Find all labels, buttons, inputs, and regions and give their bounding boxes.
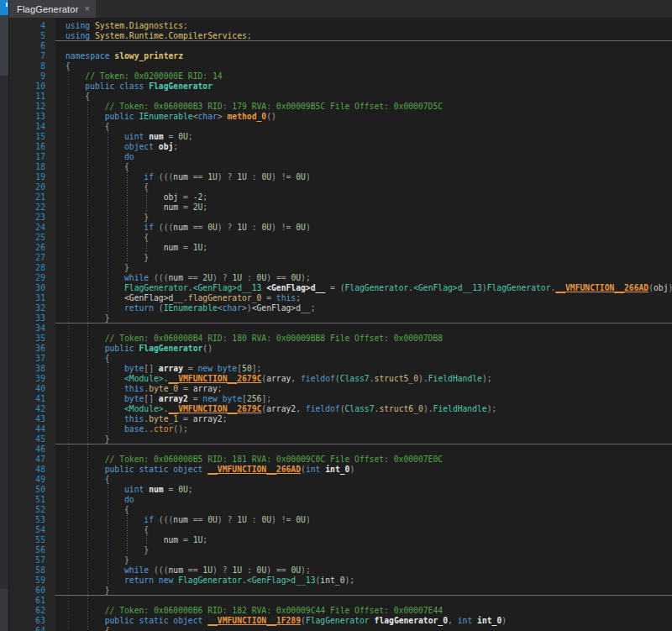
line-number[interactable]: 6 [9,41,55,51]
line-number[interactable]: 49 [9,475,55,485]
code-line[interactable]: 58 while (((num == 1U) ? 1U : 0U) == 0U)… [9,565,672,576]
line-number[interactable]: 19 [9,172,55,182]
close-icon[interactable]: × [85,4,90,13]
code-line[interactable]: 37 { [9,354,672,364]
code-line[interactable]: 54 { [9,525,672,535]
line-number[interactable]: 32 [9,303,55,313]
line-number[interactable]: 15 [9,132,55,142]
line-number[interactable]: 59 [9,576,55,586]
code-line[interactable]: 47 // Token: 0x060000B5 RID: 181 RVA: 0x… [9,455,672,465]
line-number[interactable]: 16 [9,142,55,152]
code-line[interactable]: 6 [9,41,672,51]
code-line[interactable]: 14 { [9,122,672,132]
line-number[interactable]: 62 [9,606,55,616]
line-number[interactable]: 7 [9,51,55,61]
code-line[interactable]: 16 object obj; [9,142,672,152]
line-number[interactable]: 12 [9,102,55,112]
code-line[interactable]: 29 while (((num == 2U) ? 1U : 0U) == 0U)… [9,273,672,283]
line-number[interactable]: 48 [9,465,55,475]
code-line[interactable]: 53 if (((num == 0U) ? 1U : 0U) != 0U) [9,515,672,525]
line-number[interactable]: 26 [9,243,55,253]
line-number[interactable]: 60 [9,586,55,596]
code-line[interactable]: 35 // Token: 0x060000B4 RID: 180 RVA: 0x… [9,334,672,344]
line-number[interactable]: 61 [9,596,55,606]
line-number[interactable]: 10 [9,82,55,92]
line-number[interactable]: 17 [9,152,55,162]
code-line[interactable]: 44 base..ctor(); [9,424,672,434]
line-number[interactable]: 52 [9,505,55,515]
code-line[interactable]: 24 if (((num == 0U) ? 1U : 0U) != 0U) [9,223,672,233]
code-line[interactable]: 38 byte[] array = new byte[50]; [9,364,672,374]
line-number[interactable]: 47 [9,455,55,465]
line-number[interactable]: 27 [9,253,55,263]
line-number[interactable]: 42 [9,404,55,414]
line-number[interactable]: 50 [9,485,55,495]
document-tab[interactable]: FlagGenerator × [9,0,96,18]
code-line[interactable]: 21 obj = -2; [9,192,672,202]
code-line[interactable]: 42 <Module>.__VMFUNCTION__2679C(array2, … [9,404,672,414]
line-number[interactable]: 54 [9,525,55,535]
code-line[interactable]: 25 { [9,233,672,243]
code-line[interactable]: 5using System.Runtime.CompilerServices; [9,31,672,41]
line-number[interactable]: 18 [9,162,55,172]
code-line[interactable]: 10 public class FlagGenerator [9,82,672,92]
line-number[interactable]: 21 [9,192,55,202]
line-number[interactable]: 37 [9,354,55,364]
code-line[interactable]: 11 { [9,92,672,102]
code-line[interactable]: 41 byte[] array2 = new byte[256]; [9,394,672,404]
line-number[interactable]: 8 [9,61,55,71]
line-number[interactable]: 39 [9,374,55,384]
line-number[interactable]: 36 [9,344,55,354]
code-line[interactable]: 60 } [9,586,672,596]
code-line[interactable]: 43 this.byte_1 = array2; [9,414,672,424]
line-number[interactable]: 29 [9,273,55,283]
code-line[interactable]: 61 [9,596,672,606]
line-number[interactable]: 53 [9,515,55,525]
code-line[interactable]: 52 { [9,505,672,515]
line-number[interactable]: 43 [9,414,55,424]
code-line[interactable]: 49 { [9,475,672,485]
line-number[interactable]: 51 [9,495,55,505]
code-line[interactable]: 36 public FlagGenerator() [9,344,672,354]
line-number[interactable]: 46 [9,444,55,455]
line-number[interactable]: 4 [9,21,55,31]
line-number[interactable]: 57 [9,555,55,565]
code-line[interactable]: 39 <Module>.__VMFUNCTION__2679C(array, f… [9,374,672,384]
line-number[interactable]: 9 [9,71,55,82]
line-number[interactable]: 33 [9,313,55,323]
line-number[interactable]: 14 [9,122,55,132]
code-line[interactable]: 46 [9,444,672,455]
code-line[interactable]: 51 do [9,495,672,505]
code-line[interactable]: 22 num = 2U; [9,202,672,213]
code-line[interactable]: 59 return new FlagGenerator.<GenFlag>d__… [9,576,672,586]
line-number[interactable]: 64 [9,626,55,631]
code-line[interactable]: 30 FlagGenerator.<GenFlag>d__13 <GenFlag… [9,283,672,293]
line-number[interactable]: 11 [9,92,55,102]
code-editor[interactable]: 4using System.Diagnostics;5using System.… [9,18,672,631]
code-line[interactable]: 8{ [9,61,672,71]
line-number[interactable]: 24 [9,223,55,233]
code-line[interactable]: 48 public static object __VMFUNCTION__26… [9,465,672,475]
code-line[interactable]: 62 // Token: 0x060000B6 RID: 182 RVA: 0x… [9,606,672,616]
code-line[interactable]: 32 return (IEnumerable<char>)<GenFlag>d_… [9,303,672,313]
code-line[interactable]: 18 { [9,162,672,172]
code-line[interactable]: 33 } [9,313,672,323]
code-line[interactable]: 13 public IEnumerable<char> method_0() [9,112,672,122]
line-number[interactable]: 56 [9,545,55,555]
code-line[interactable]: 15 uint num = 0U; [9,132,672,142]
code-line[interactable]: 26 num = 1U; [9,243,672,253]
code-line[interactable]: 7namespace slowy_printerz [9,51,672,61]
code-line[interactable]: 27 } [9,253,672,263]
code-line[interactable]: 4using System.Diagnostics; [9,21,672,31]
code-line[interactable]: 50 uint num = 0U; [9,485,672,495]
code-line[interactable]: 9 // Token: 0x0200000E RID: 14 [9,71,672,82]
code-line[interactable]: 64 { [9,626,672,631]
line-number[interactable]: 23 [9,213,55,223]
line-number[interactable]: 58 [9,565,55,576]
line-number[interactable]: 38 [9,364,55,374]
code-line[interactable]: 56 } [9,545,672,555]
code-line[interactable]: 63 public static object __VMFUNCTION__1F… [9,616,672,626]
code-line[interactable]: 57 } [9,555,672,565]
line-number[interactable]: 5 [9,31,55,41]
code-line[interactable]: 23 } [9,213,672,223]
